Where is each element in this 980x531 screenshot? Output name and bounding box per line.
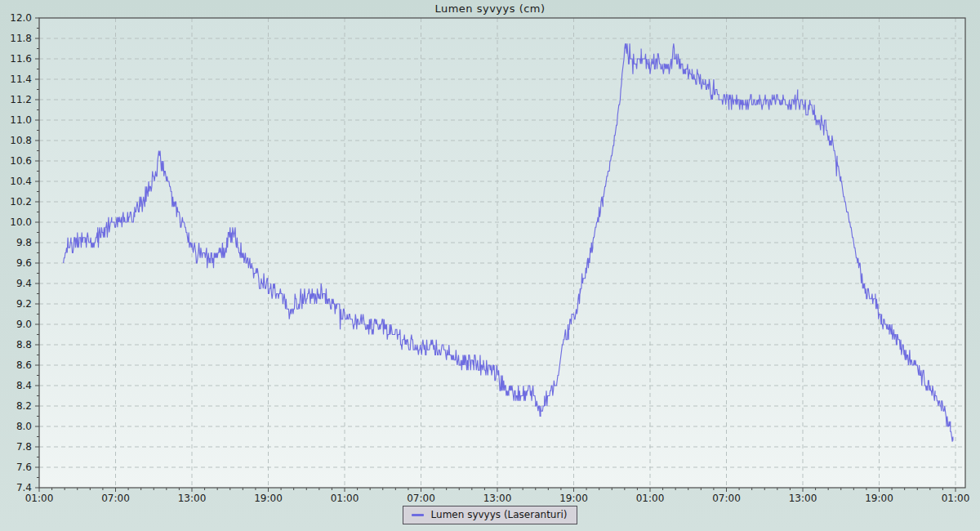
y-tick-label: 9.6 [16,257,32,269]
y-tick-label: 8.8 [16,339,32,350]
y-tick-label: 10.2 [10,196,32,207]
x-tick-label: 07:00 [407,493,435,504]
snow-depth-chart-page: Lumen syvyys (cm) 7.47.67.88.08.28.48.68… [0,0,980,531]
x-tick-label: 01:00 [25,493,54,504]
x-tick-label: 01:00 [331,493,359,504]
y-tick-label: 7.8 [16,441,32,453]
y-tick-label: 10.0 [10,216,32,228]
x-tick-label: 19:00 [254,493,283,504]
y-tick-label: 10.4 [10,176,32,187]
y-tick-label: 8.4 [16,380,32,391]
chart-canvas: 7.47.67.88.08.28.48.68.89.09.29.49.69.81… [0,0,980,531]
y-tick-label: 10.8 [10,135,32,146]
x-tick-label: 13:00 [483,493,512,504]
x-tick-label: 07:00 [712,493,741,504]
y-tick-label: 11.2 [10,94,32,105]
legend-line-swatch-icon [412,514,424,516]
x-tick-label: 19:00 [865,493,893,504]
y-tick-label: 9.0 [16,319,32,330]
y-tick-label: 7.4 [16,482,32,493]
y-tick-label: 11.0 [10,114,32,126]
y-tick-label: 9.4 [16,278,32,289]
y-tick-label: 8.6 [16,359,32,371]
x-tick-label: 13:00 [789,493,817,504]
y-tick-label: 12.0 [10,12,32,24]
legend-label: Lumen syvyys (Laseranturi) [431,509,568,520]
y-tick-label: 11.4 [10,74,32,85]
plot-area [39,18,965,488]
y-tick-label: 8.0 [16,421,32,432]
x-tick-label: 01:00 [636,493,665,504]
y-tick-label: 9.2 [16,298,32,310]
legend-box: Lumen syvyys (Laseranturi) [403,506,578,524]
x-tick-label: 07:00 [101,493,130,504]
y-tick-label: 11.6 [10,53,32,65]
x-tick-label: 19:00 [559,493,588,504]
x-tick-label: 13:00 [178,493,207,504]
y-tick-label: 9.8 [16,237,32,248]
y-tick-label: 8.2 [16,400,32,412]
y-tick-label: 7.6 [16,462,32,473]
x-tick-label: 01:00 [942,493,970,504]
y-tick-label: 10.6 [10,155,32,167]
y-tick-label: 11.8 [10,33,32,44]
